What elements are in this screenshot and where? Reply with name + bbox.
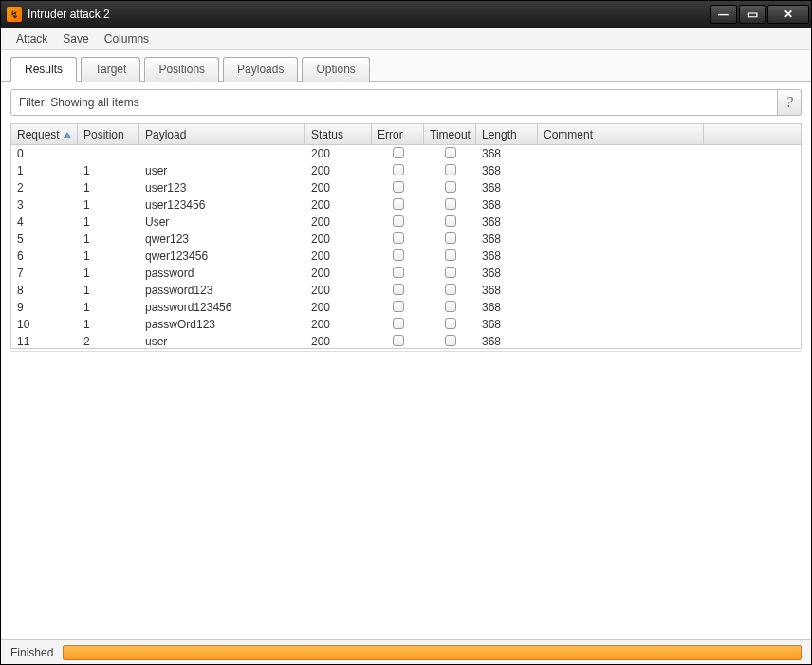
cell-payload: qwer123 [139,231,305,248]
checkbox-icon[interactable] [445,181,456,193]
checkbox-icon[interactable] [445,249,456,261]
checkbox-icon[interactable] [445,267,456,278]
cell-status: 200 [305,316,372,333]
cell-payload: user123456 [139,196,305,213]
tab-payloads[interactable]: Payloads [223,57,298,82]
titlebar[interactable]: ↯ Intruder attack 2 — ▭ ✕ [1,1,811,28]
checkbox-icon[interactable] [393,215,404,227]
checkbox-icon[interactable] [393,335,404,346]
checkbox-icon[interactable] [393,249,404,261]
table-row[interactable]: 11user200368 [11,162,801,179]
table-row[interactable]: 91password123456200368 [11,299,801,316]
tab-results[interactable]: Results [10,57,77,82]
minimize-button[interactable]: — [710,5,737,24]
cell-timeout [424,316,476,334]
cell-timeout [424,248,476,266]
col-position[interactable]: Position [78,124,139,144]
col-comment[interactable]: Comment [538,124,704,144]
checkbox-icon[interactable] [393,198,404,210]
checkbox-icon[interactable] [393,147,404,158]
cell-error [372,248,424,266]
checkbox-icon[interactable] [445,301,456,312]
cell-status: 200 [305,196,372,213]
cell-comment [538,254,704,258]
cell-payload: User [139,213,305,231]
window-title: Intruder attack 2 [28,8,710,21]
checkbox-icon[interactable] [393,181,404,193]
cell-position: 1 [78,231,139,248]
checkbox-icon[interactable] [445,284,456,295]
status-label: Finished [10,646,53,659]
menu-attack[interactable]: Attack [10,30,53,47]
maximize-button[interactable]: ▭ [739,5,766,24]
tab-options[interactable]: Options [302,57,369,82]
cell-length: 368 [476,213,538,231]
cell-error [372,145,424,163]
sort-asc-icon [64,132,71,138]
checkbox-icon[interactable] [393,164,404,175]
cell-error [372,196,424,214]
table-row[interactable]: 112user200368 [11,333,801,348]
help-button[interactable]: ? [777,89,802,116]
checkbox-icon[interactable] [445,215,456,227]
cell-payload: password123 [139,282,305,299]
cell-request: 7 [11,265,78,282]
checkbox-icon[interactable] [393,284,404,295]
cell-payload: passwOrd123 [139,316,305,333]
table-row[interactable]: 51qwer123200368 [11,231,801,248]
checkbox-icon[interactable] [393,267,404,278]
cell-request: 4 [11,213,78,231]
checkbox-icon[interactable] [393,232,404,244]
checkbox-icon[interactable] [445,335,456,346]
cell-status: 200 [305,282,372,299]
cell-length: 368 [476,231,538,248]
cell-status: 200 [305,248,372,265]
cell-status: 200 [305,162,372,179]
cell-error [372,333,424,349]
cell-comment [538,305,704,309]
cell-request: 1 [11,162,78,179]
cell-length: 368 [476,248,538,265]
filter-bar[interactable]: Filter: Showing all items ? [10,89,802,116]
cell-error [372,282,424,300]
cell-status: 200 [305,265,372,282]
table-row[interactable]: 81password123200368 [11,282,801,299]
col-status[interactable]: Status [305,124,372,144]
table-row[interactable]: 61qwer123456200368 [11,248,801,265]
table-row[interactable]: 101passwOrd123200368 [11,316,801,333]
table-row[interactable]: 31user123456200368 [11,196,801,213]
cell-timeout [424,282,476,300]
checkbox-icon[interactable] [445,232,456,244]
checkbox-icon[interactable] [445,318,456,329]
menu-save[interactable]: Save [57,30,94,47]
cell-position: 1 [78,179,139,196]
table-row[interactable]: 41User200368 [11,213,801,231]
col-request[interactable]: Request [11,124,78,144]
checkbox-icon[interactable] [445,164,456,175]
window-controls: — ▭ ✕ [710,5,809,24]
tab-positions[interactable]: Positions [144,57,219,82]
checkbox-icon[interactable] [393,301,404,312]
col-timeout[interactable]: Timeout [424,124,476,144]
cell-timeout [424,333,476,349]
close-button[interactable]: ✕ [767,5,809,24]
table-row[interactable]: 21user123200368 [11,179,801,196]
col-length[interactable]: Length [476,124,538,144]
table-row[interactable]: 0200368 [11,145,801,162]
cell-length: 368 [476,179,538,196]
cell-length: 368 [476,282,538,299]
col-payload[interactable]: Payload [139,124,305,144]
table-row[interactable]: 71password200368 [11,265,801,282]
menu-columns[interactable]: Columns [99,30,155,47]
table-body[interactable]: 020036811user20036821user12320036831user… [11,145,801,348]
tab-target[interactable]: Target [81,57,140,82]
checkbox-icon[interactable] [393,318,404,329]
cell-comment [538,288,704,292]
content-pane: Filter: Showing all items ? Request Posi… [1,82,811,639]
checkbox-icon[interactable] [445,147,456,158]
col-error[interactable]: Error [372,124,424,144]
app-window: ↯ Intruder attack 2 — ▭ ✕ Attack Save Co… [0,0,812,665]
cell-request: 11 [11,333,78,348]
checkbox-icon[interactable] [445,198,456,210]
cell-error [372,231,424,249]
